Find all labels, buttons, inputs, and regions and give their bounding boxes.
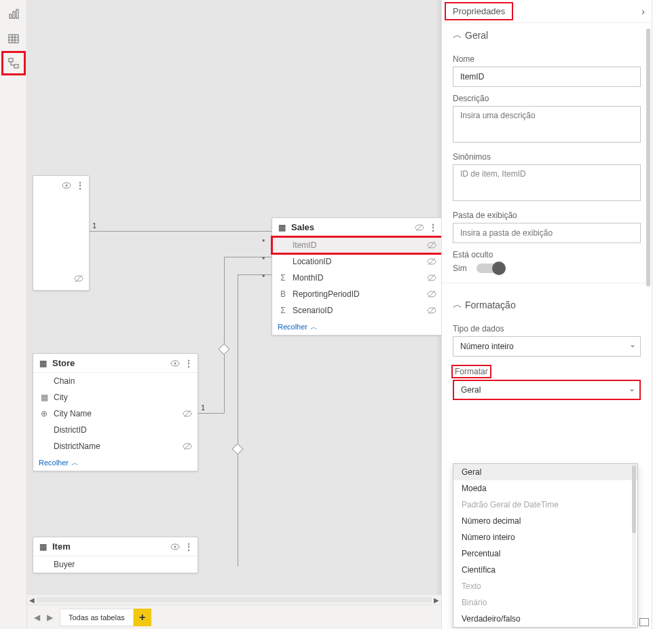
field-row[interactable]: ΣMonthID (272, 270, 441, 286)
format-option[interactable]: Científica (453, 562, 637, 578)
label-format: Formatar (453, 366, 490, 377)
svg-rect-0 (10, 14, 12, 18)
field-type-icon: ⊕ (39, 409, 50, 418)
hidden-icon[interactable] (74, 274, 83, 283)
hidden-icon[interactable] (183, 409, 192, 418)
table-card-sales[interactable]: ▦ Sales ⋮ ItemIDLocationIDΣMonthIDBRepor… (272, 217, 441, 336)
field-name: Buyer (54, 560, 75, 569)
cardinality-many: * (262, 273, 265, 281)
display-folder-field[interactable] (453, 223, 641, 243)
model-view-icon[interactable] (3, 53, 24, 73)
table-icon: ▦ (276, 223, 287, 232)
svg-rect-2 (16, 10, 18, 18)
table-card-unknown[interactable]: ⋮ (33, 175, 90, 291)
report-view-icon[interactable] (3, 4, 24, 24)
collapse-link[interactable]: Recolher︿ (272, 319, 441, 335)
cardinality-one: 1 (92, 221, 96, 230)
field-name: ReportingPeriodID (293, 289, 360, 299)
label-name: Nome (453, 54, 641, 64)
field-name: ScenarioID (293, 306, 333, 315)
relationship-line[interactable] (238, 274, 272, 275)
datatype-select[interactable]: Número inteiro⌄ (453, 336, 641, 357)
horizontal-scrollbar[interactable]: ◀ ▶ (27, 595, 441, 605)
field-name: Chain (54, 376, 75, 386)
tab-next-icon[interactable]: ▶ (47, 613, 53, 622)
field-row[interactable]: Buyer (33, 556, 198, 573)
relationship-line[interactable] (198, 413, 224, 414)
cardinality-many: * (262, 238, 265, 246)
field-name: DistrictName (54, 442, 100, 451)
field-name: LocationID (293, 257, 331, 266)
properties-scrollbar[interactable] (646, 29, 650, 287)
hidden-icon[interactable] (183, 442, 192, 451)
field-row[interactable]: ⊕City Name (33, 406, 198, 422)
more-icon[interactable]: ⋮ (184, 358, 193, 369)
filter-direction-icon (232, 444, 244, 455)
field-type-icon: ▦ (39, 393, 50, 402)
format-select[interactable]: Geral⌄ (453, 380, 641, 400)
hidden-icon[interactable] (427, 240, 436, 250)
more-icon[interactable]: ⋮ (184, 541, 193, 552)
format-option[interactable]: Geral (453, 464, 637, 480)
format-option[interactable]: Número decimal (453, 513, 637, 529)
section-general[interactable]: ︿Geral (453, 23, 641, 48)
table-card-item[interactable]: ▦ Item ⋮ Buyer (33, 537, 198, 573)
name-field[interactable] (453, 67, 641, 87)
svg-rect-3 (9, 35, 18, 43)
scroll-right-icon[interactable]: ▶ (432, 596, 441, 604)
tab-all-tables[interactable]: Todas as tabelas (60, 609, 134, 626)
field-row[interactable]: DistrictName (33, 438, 198, 454)
fields-pane-collapsed[interactable] (652, 0, 672, 629)
hidden-toggle[interactable] (477, 264, 504, 273)
field-row[interactable]: ΣScenarioID (272, 302, 441, 319)
format-option[interactable]: Verdadeiro/falso (453, 611, 637, 627)
field-row[interactable]: DistrictID (33, 422, 198, 438)
chevron-down-icon: ⌄ (629, 340, 636, 349)
tab-prev-icon[interactable]: ◀ (34, 613, 40, 622)
scroll-left-icon[interactable]: ◀ (27, 596, 37, 604)
svg-point-27 (174, 362, 176, 364)
field-row[interactable]: ItemID (272, 237, 441, 253)
field-row[interactable]: ▦City (33, 389, 198, 406)
properties-pane: Propriedades › ︿Geral Nome Descrição Sin… (441, 0, 652, 629)
more-icon[interactable]: ⋮ (75, 180, 85, 191)
label-datatype: Tipo de dados (453, 324, 641, 334)
visible-icon[interactable] (170, 359, 180, 368)
field-row[interactable]: Chain (33, 373, 198, 389)
visible-icon[interactable] (62, 181, 71, 190)
hidden-icon[interactable] (415, 223, 424, 232)
field-name: DistrictID (54, 425, 87, 435)
description-field[interactable] (453, 106, 641, 143)
resize-icon[interactable] (639, 618, 649, 626)
field-row[interactable]: LocationID (272, 253, 441, 270)
synonyms-field[interactable] (453, 164, 641, 201)
table-card-store[interactable]: ▦ Store ⋮ Chain▦City⊕City NameDistrictID… (33, 353, 198, 471)
visible-icon[interactable] (170, 542, 180, 552)
hidden-icon[interactable] (427, 289, 436, 299)
collapse-pane-icon[interactable]: › (635, 6, 652, 17)
cardinality-one: 1 (201, 403, 205, 412)
table-icon: ▦ (37, 359, 48, 368)
format-option[interactable]: Percentual (453, 545, 637, 562)
table-title: Sales (291, 222, 314, 232)
more-icon[interactable]: ⋮ (428, 222, 438, 233)
relationship-line[interactable] (238, 274, 238, 567)
relationship-line[interactable] (90, 231, 272, 232)
section-formatting[interactable]: ︿Formatação (453, 293, 641, 317)
relationship-line[interactable] (224, 257, 225, 413)
data-view-icon[interactable] (3, 29, 24, 49)
field-type-icon: Σ (278, 306, 288, 315)
field-name: City (54, 393, 68, 402)
format-option[interactable]: Número inteiro (453, 529, 637, 545)
hidden-icon[interactable] (427, 306, 436, 315)
field-row[interactable]: BReportingPeriodID (272, 286, 441, 302)
field-type-icon: Σ (278, 273, 288, 283)
collapse-link[interactable]: Recolher︿ (33, 454, 198, 471)
dropdown-scrollbar[interactable] (632, 465, 636, 533)
hidden-icon[interactable] (427, 273, 436, 283)
hidden-icon[interactable] (427, 257, 436, 266)
model-canvas[interactable]: ⋮ ▦ Sales ⋮ ItemIDLocationIDΣMonthIDBRep… (27, 0, 441, 629)
field-name: ItemID (293, 240, 316, 250)
format-option[interactable]: Moeda (453, 480, 637, 497)
tab-add-button[interactable]: + (134, 609, 151, 626)
